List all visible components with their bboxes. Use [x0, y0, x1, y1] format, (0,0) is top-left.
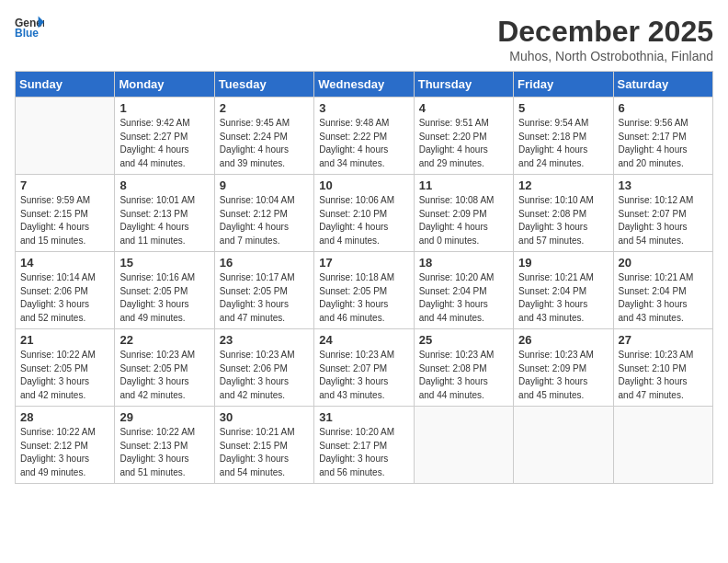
day-info: Sunrise: 10:10 AM Sunset: 2:08 PM Daylig…	[518, 194, 608, 247]
location-title: Muhos, North Ostrobothnia, Finland	[497, 49, 713, 63]
day-number: 28	[20, 410, 109, 424]
day-info: Sunrise: 10:23 AM Sunset: 2:06 PM Daylig…	[220, 349, 309, 402]
day-info: Sunrise: 10:22 AM Sunset: 2:12 PM Daylig…	[20, 426, 109, 479]
day-info: Sunrise: 9:59 AM Sunset: 2:15 PM Dayligh…	[20, 194, 109, 247]
day-number: 2	[220, 101, 309, 115]
calendar-header-cell: Tuesday	[214, 72, 313, 98]
day-number: 3	[319, 101, 408, 115]
day-number: 17	[319, 256, 408, 270]
calendar-header-cell: Monday	[115, 72, 214, 98]
calendar-header-cell: Friday	[514, 72, 613, 98]
day-info: Sunrise: 10:18 AM Sunset: 2:05 PM Daylig…	[319, 271, 408, 325]
day-number: 21	[20, 333, 109, 347]
calendar-body: 1Sunrise: 9:42 AM Sunset: 2:27 PM Daylig…	[16, 98, 713, 484]
day-number: 1	[119, 101, 209, 115]
day-info: Sunrise: 9:48 AM Sunset: 2:22 PM Dayligh…	[319, 117, 408, 170]
day-info: Sunrise: 10:08 AM Sunset: 2:09 PM Daylig…	[419, 194, 508, 247]
day-number: 31	[319, 410, 408, 424]
day-number: 14	[20, 256, 109, 270]
day-info: Sunrise: 9:56 AM Sunset: 2:17 PM Dayligh…	[619, 117, 708, 170]
header: General Blue December 2025 Muhos, North …	[15, 15, 713, 63]
calendar-day-cell: 21Sunrise: 10:22 AM Sunset: 2:05 PM Dayl…	[16, 329, 115, 407]
calendar: SundayMondayTuesdayWednesdayThursdayFrid…	[15, 71, 713, 484]
day-info: Sunrise: 10:23 AM Sunset: 2:09 PM Daylig…	[518, 349, 608, 402]
day-info: Sunrise: 10:23 AM Sunset: 2:05 PM Daylig…	[119, 349, 209, 402]
day-number: 8	[119, 178, 209, 192]
day-number: 5	[518, 101, 608, 115]
day-info: Sunrise: 9:45 AM Sunset: 2:24 PM Dayligh…	[220, 117, 309, 170]
calendar-day-cell: 26Sunrise: 10:23 AM Sunset: 2:09 PM Dayl…	[514, 329, 613, 407]
day-info: Sunrise: 10:21 AM Sunset: 2:04 PM Daylig…	[619, 271, 708, 325]
calendar-header-cell: Thursday	[414, 72, 513, 98]
calendar-day-cell: 12Sunrise: 10:10 AM Sunset: 2:08 PM Dayl…	[514, 175, 613, 252]
calendar-header-row: SundayMondayTuesdayWednesdayThursdayFrid…	[16, 72, 713, 98]
day-number: 24	[319, 333, 408, 347]
day-number: 25	[419, 333, 508, 347]
day-number: 13	[619, 178, 708, 192]
day-info: Sunrise: 10:23 AM Sunset: 2:07 PM Daylig…	[319, 349, 408, 402]
calendar-header-cell: Saturday	[613, 72, 712, 98]
calendar-day-cell: 16Sunrise: 10:17 AM Sunset: 2:05 PM Dayl…	[214, 252, 313, 329]
day-info: Sunrise: 10:22 AM Sunset: 2:05 PM Daylig…	[20, 349, 109, 402]
calendar-week-row: 21Sunrise: 10:22 AM Sunset: 2:05 PM Dayl…	[16, 329, 713, 407]
day-number: 30	[220, 410, 309, 424]
day-info: Sunrise: 10:20 AM Sunset: 2:17 PM Daylig…	[319, 426, 408, 479]
calendar-day-cell	[613, 407, 712, 484]
calendar-week-row: 14Sunrise: 10:14 AM Sunset: 2:06 PM Dayl…	[16, 252, 713, 329]
day-info: Sunrise: 10:16 AM Sunset: 2:05 PM Daylig…	[119, 271, 209, 325]
day-number: 15	[119, 256, 209, 270]
calendar-day-cell: 24Sunrise: 10:23 AM Sunset: 2:07 PM Dayl…	[314, 329, 414, 407]
calendar-header-cell: Wednesday	[314, 72, 414, 98]
calendar-day-cell: 25Sunrise: 10:23 AM Sunset: 2:08 PM Dayl…	[414, 329, 513, 407]
calendar-day-cell: 20Sunrise: 10:21 AM Sunset: 2:04 PM Dayl…	[613, 252, 712, 329]
day-info: Sunrise: 10:12 AM Sunset: 2:07 PM Daylig…	[619, 194, 708, 247]
day-number: 4	[419, 101, 508, 115]
day-info: Sunrise: 10:01 AM Sunset: 2:13 PM Daylig…	[119, 194, 209, 247]
day-info: Sunrise: 9:42 AM Sunset: 2:27 PM Dayligh…	[119, 117, 209, 170]
calendar-day-cell: 8Sunrise: 10:01 AM Sunset: 2:13 PM Dayli…	[115, 175, 214, 252]
month-title: December 2025	[497, 15, 713, 49]
calendar-week-row: 28Sunrise: 10:22 AM Sunset: 2:12 PM Dayl…	[16, 407, 713, 484]
day-number: 26	[518, 333, 608, 347]
day-number: 18	[419, 256, 508, 270]
day-number: 10	[319, 178, 408, 192]
day-info: Sunrise: 10:04 AM Sunset: 2:12 PM Daylig…	[220, 194, 309, 247]
logo-icon: General Blue	[15, 15, 44, 40]
calendar-day-cell: 30Sunrise: 10:21 AM Sunset: 2:15 PM Dayl…	[214, 407, 313, 484]
day-number: 20	[619, 256, 708, 270]
day-info: Sunrise: 10:20 AM Sunset: 2:04 PM Daylig…	[419, 271, 508, 325]
calendar-day-cell	[514, 407, 613, 484]
day-info: Sunrise: 9:54 AM Sunset: 2:18 PM Dayligh…	[518, 117, 608, 170]
day-number: 6	[619, 101, 708, 115]
calendar-day-cell: 27Sunrise: 10:23 AM Sunset: 2:10 PM Dayl…	[613, 329, 712, 407]
calendar-day-cell: 2Sunrise: 9:45 AM Sunset: 2:24 PM Daylig…	[214, 98, 313, 175]
calendar-week-row: 7Sunrise: 9:59 AM Sunset: 2:15 PM Daylig…	[16, 175, 713, 252]
day-number: 11	[419, 178, 508, 192]
day-number: 22	[119, 333, 209, 347]
day-number: 16	[220, 256, 309, 270]
calendar-day-cell	[414, 407, 513, 484]
day-info: Sunrise: 10:22 AM Sunset: 2:13 PM Daylig…	[119, 426, 209, 479]
day-number: 23	[220, 333, 309, 347]
calendar-day-cell: 17Sunrise: 10:18 AM Sunset: 2:05 PM Dayl…	[314, 252, 414, 329]
calendar-day-cell: 7Sunrise: 9:59 AM Sunset: 2:15 PM Daylig…	[16, 175, 115, 252]
calendar-day-cell: 22Sunrise: 10:23 AM Sunset: 2:05 PM Dayl…	[115, 329, 214, 407]
day-info: Sunrise: 10:06 AM Sunset: 2:10 PM Daylig…	[319, 194, 408, 247]
calendar-day-cell: 10Sunrise: 10:06 AM Sunset: 2:10 PM Dayl…	[314, 175, 414, 252]
calendar-header-cell: Sunday	[16, 72, 115, 98]
calendar-day-cell: 29Sunrise: 10:22 AM Sunset: 2:13 PM Dayl…	[115, 407, 214, 484]
calendar-day-cell: 3Sunrise: 9:48 AM Sunset: 2:22 PM Daylig…	[314, 98, 414, 175]
calendar-day-cell: 14Sunrise: 10:14 AM Sunset: 2:06 PM Dayl…	[16, 252, 115, 329]
calendar-day-cell: 5Sunrise: 9:54 AM Sunset: 2:18 PM Daylig…	[514, 98, 613, 175]
logo: General Blue	[15, 15, 44, 40]
day-number: 7	[20, 178, 109, 192]
calendar-week-row: 1Sunrise: 9:42 AM Sunset: 2:27 PM Daylig…	[16, 98, 713, 175]
svg-text:Blue: Blue	[15, 27, 39, 40]
calendar-day-cell: 28Sunrise: 10:22 AM Sunset: 2:12 PM Dayl…	[16, 407, 115, 484]
calendar-day-cell: 4Sunrise: 9:51 AM Sunset: 2:20 PM Daylig…	[414, 98, 513, 175]
day-number: 27	[619, 333, 708, 347]
calendar-day-cell: 18Sunrise: 10:20 AM Sunset: 2:04 PM Dayl…	[414, 252, 513, 329]
day-number: 19	[518, 256, 608, 270]
day-info: Sunrise: 10:17 AM Sunset: 2:05 PM Daylig…	[220, 271, 309, 325]
calendar-day-cell: 1Sunrise: 9:42 AM Sunset: 2:27 PM Daylig…	[115, 98, 214, 175]
